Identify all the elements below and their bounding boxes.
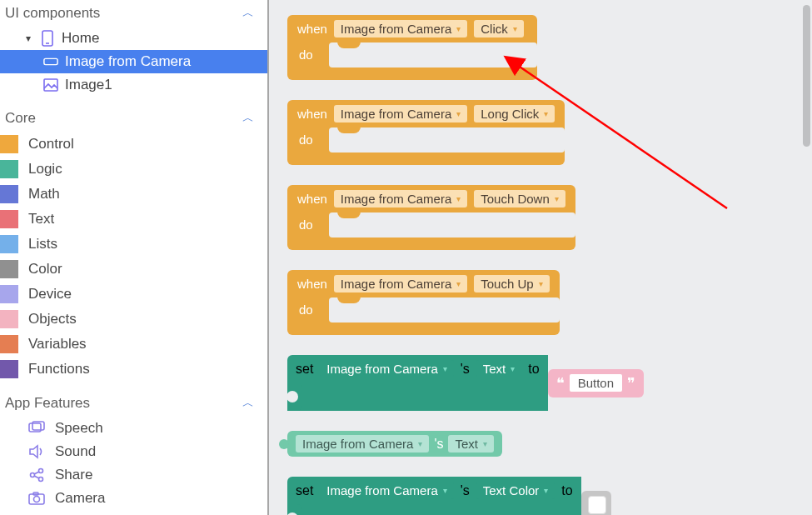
dropdown-component[interactable]: Image from Camera▾	[296, 435, 429, 452]
feature-label: Share	[55, 467, 92, 483]
block-get-text[interactable]: Image from Camera▾ 's Text▾	[287, 431, 502, 457]
color-swatch	[0, 235, 18, 253]
image-icon	[43, 78, 58, 92]
dropdown-component[interactable]: Image from Camera▾	[320, 360, 453, 378]
core-item-label: Text	[28, 211, 54, 228]
core-item-functions[interactable]: Functions	[0, 357, 267, 382]
block-set-text-color[interactable]: set Image from Camera▾ 's Text Color▾ to	[287, 477, 581, 515]
do-slot[interactable]	[329, 42, 537, 68]
dropdown-event[interactable]: Touch Up▾	[474, 275, 549, 292]
core-item-control[interactable]: Control	[0, 132, 267, 157]
feature-share[interactable]: Share	[0, 463, 267, 487]
core-item-text[interactable]: Text	[0, 207, 267, 232]
feature-label: Sound	[55, 443, 96, 460]
core-item-label: Variables	[28, 336, 87, 352]
socket-input[interactable]	[287, 504, 302, 515]
text-literal-value[interactable]: Button	[570, 374, 622, 392]
kw-s: 's	[461, 362, 470, 377]
do-slot[interactable]	[329, 128, 565, 152]
kw-to: to	[561, 483, 572, 498]
dropdown-component[interactable]: Image from Camera▾	[334, 190, 467, 208]
feature-camera[interactable]: Camera	[0, 487, 267, 510]
dropdown-triangle-icon: ▾	[456, 24, 461, 33]
blocks-canvas[interactable]: whenImage from Camera▾Click▾dowhenImage …	[269, 0, 812, 515]
color-swatch	[0, 360, 18, 378]
tree-item-label: Image from Camera	[65, 53, 191, 70]
dropdown-property[interactable]: Text▾	[448, 435, 494, 452]
dropdown-event[interactable]: Long Click▾	[474, 105, 555, 122]
core-item-objects[interactable]: Objects	[0, 307, 267, 332]
dropdown-component[interactable]: Image from Camera▾	[320, 482, 453, 499]
dropdown-property[interactable]: Text Color▾	[476, 482, 555, 499]
do-slot[interactable]	[329, 212, 575, 238]
dropdown-property[interactable]: Text▾	[476, 360, 522, 378]
scrollbar-vertical[interactable]	[803, 5, 810, 147]
block-color-slot[interactable]	[581, 491, 611, 516]
core-item-label: Functions	[28, 361, 90, 378]
block-event-long-click[interactable]: whenImage from Camera▾Long Click▾do	[287, 100, 565, 165]
dropdown-component[interactable]: Image from Camera▾	[334, 105, 467, 122]
section-ui-components[interactable]: UI components ︿	[0, 0, 267, 27]
core-item-lists[interactable]: Lists	[0, 232, 267, 257]
core-item-color[interactable]: Color	[0, 257, 267, 282]
block-text-literal[interactable]: ❝ Button ❞	[548, 369, 644, 398]
chevron-up-icon: ︿	[242, 396, 254, 411]
core-item-label: Logic	[28, 161, 62, 178]
feature-label: Speech	[55, 420, 103, 437]
dropdown-event[interactable]: Touch Down▾	[474, 190, 565, 208]
block-event-touch-down[interactable]: whenImage from Camera▾Touch Down▾do	[287, 185, 575, 250]
core-item-logic[interactable]: Logic	[0, 157, 267, 182]
color-swatch	[0, 185, 18, 203]
color-swatch	[0, 335, 18, 353]
color-swatch	[0, 210, 18, 228]
dropdown-component[interactable]: Image from Camera▾	[334, 20, 467, 38]
dropdown-triangle-icon: ▾	[456, 194, 461, 203]
section-core[interactable]: Core ︿	[0, 105, 267, 132]
feature-sound[interactable]: Sound	[0, 440, 267, 463]
color-swatch	[0, 135, 18, 153]
dropdown-event[interactable]: Click▾	[474, 20, 524, 38]
tree-item-label: Home	[62, 30, 99, 47]
dropdown-component[interactable]: Image from Camera▾	[334, 275, 467, 292]
dropdown-triangle-icon: ▾	[443, 486, 447, 495]
svg-line-11	[34, 476, 39, 478]
svg-rect-3	[44, 79, 57, 91]
dropdown-triangle-icon: ▾	[544, 109, 548, 118]
kw-to: to	[528, 362, 539, 377]
kw-do: do	[287, 298, 329, 335]
kw-do: do	[287, 212, 329, 250]
tree-item-label: Image1	[65, 77, 112, 93]
speech-icon	[28, 421, 45, 436]
do-slot[interactable]	[329, 298, 560, 322]
caret-collapse-icon[interactable]: ▾	[23, 32, 33, 44]
quote-close-icon: ❞	[627, 374, 635, 392]
tree-item-image-from-camera[interactable]: Image from Camera	[0, 50, 267, 73]
core-item-variables[interactable]: Variables	[0, 332, 267, 357]
dropdown-triangle-icon: ▾	[456, 109, 461, 118]
tree-item-home[interactable]: ▾ Home	[0, 27, 267, 50]
chevron-up-icon: ︿	[242, 6, 254, 21]
dropdown-triangle-icon: ▾	[483, 439, 487, 448]
block-event-touch-up[interactable]: whenImage from Camera▾Touch Up▾do	[287, 270, 560, 335]
dropdown-triangle-icon: ▾	[456, 279, 461, 288]
block-event-click[interactable]: whenImage from Camera▾Click▾do	[287, 15, 537, 80]
core-item-label: Control	[28, 136, 74, 152]
block-set-text[interactable]: set Image from Camera▾ 's Text▾ to	[287, 355, 548, 411]
color-value-chip[interactable]	[588, 496, 606, 514]
section-app-features[interactable]: App Features ︿	[0, 390, 267, 417]
socket-input[interactable]	[287, 382, 302, 411]
dropdown-triangle-icon: ▾	[511, 364, 515, 373]
camera-icon	[28, 492, 45, 505]
quote-open-icon: ❝	[556, 374, 565, 392]
kw-do: do	[287, 42, 329, 80]
core-item-math[interactable]: Math	[0, 182, 267, 207]
svg-marker-6	[30, 446, 37, 458]
kw-when: when	[297, 192, 327, 206]
color-swatch	[0, 160, 18, 178]
svg-line-10	[34, 472, 39, 474]
feature-label: Camera	[55, 490, 105, 507]
core-item-device[interactable]: Device	[0, 282, 267, 307]
feature-speech[interactable]: Speech	[0, 417, 267, 440]
tree-item-image1[interactable]: Image1	[0, 73, 267, 97]
core-item-label: Math	[28, 186, 60, 202]
